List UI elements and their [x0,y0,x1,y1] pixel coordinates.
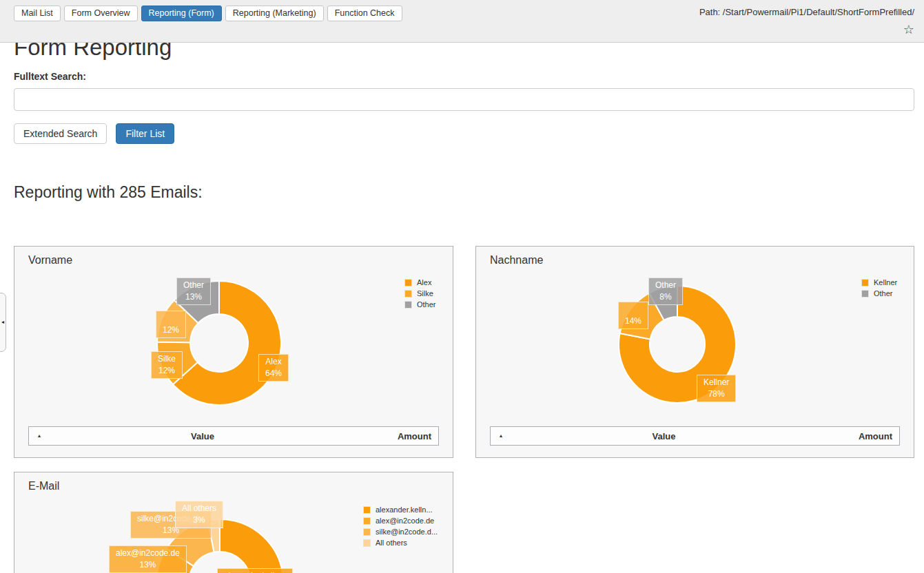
column-header-amount[interactable]: Amount [356,431,438,441]
legend-item: alexander.kelln... [363,504,438,515]
slice-label: Other8% [648,278,683,305]
extended-search-button[interactable]: Extended Search [14,123,107,144]
slice-label: alex@in2code.de13% [109,545,187,573]
chart-panel-email: E-Mailsilke@in2code.d...13%All others3%a… [14,472,453,573]
slice-label: 12% [156,311,186,338]
tab-mail-list[interactable]: Mail List [14,6,61,21]
legend-label: Other [874,289,893,298]
search-button-row: Extended Search Filter List [14,123,910,144]
legend-label: Alex [417,278,431,286]
reporting-section-heading: Reporting with 285 Emails: [14,183,910,202]
tab-reporting-form[interactable]: Reporting (Form) [141,6,222,21]
legend-item: Alex [404,277,436,288]
table-header[interactable]: ▴ValueAmount [490,426,900,446]
tab-reporting-marketing[interactable]: Reporting (Marketing) [225,6,324,21]
legend-item: alex@in2code.de [363,515,438,526]
sort-asc-icon[interactable]: ▴ [29,433,50,439]
table-header[interactable]: ▴ValueAmount [28,426,439,446]
slice-label: Alex64% [258,354,289,382]
bookmark-star-icon[interactable]: ☆ [903,23,914,36]
chart-panel-vorname: VornameOther13% 12%Silke12%Alex64%AlexSi… [14,246,453,458]
main-content: Form Reporting Fulltext Search: Extended… [0,34,924,202]
legend-item: silke@in2code.d... [363,526,438,537]
legend-label: All others [376,539,407,547]
slice-label: alexander.kelln...71% [217,568,293,573]
legend-swatch-icon [404,279,412,286]
slice-label: All others3% [175,501,223,528]
legend-swatch-icon [363,528,371,536]
legend-swatch-icon [363,517,371,525]
legend-item: All others [363,537,438,548]
fulltext-search-input[interactable] [14,88,914,111]
chart-legend: KellnerOther [861,277,897,299]
frame-collapse-handle[interactable]: ◂ [0,293,6,352]
legend-swatch-icon [404,290,412,298]
fulltext-search-label: Fulltext Search: [14,71,910,82]
slice-label: Silke12% [151,351,183,379]
tab-function-check[interactable]: Function Check [327,6,402,21]
legend-label: Other [417,300,436,309]
legend-label: alexander.kelln... [376,506,433,514]
filter-list-button[interactable]: Filter List [116,123,174,144]
sort-asc-icon[interactable]: ▴ [491,433,511,439]
legend-label: silke@in2code.d... [376,528,438,536]
tab-form-overview[interactable]: Form Overview [64,6,138,21]
legend-item: Other [861,288,897,299]
legend-swatch-icon [861,279,869,286]
legend-label: Kellner [874,278,897,286]
chart-legend: AlexSilkeOther [404,277,436,310]
slice-label: Other13% [176,278,211,305]
slice-label: 14% [618,302,648,329]
legend-item: Kellner [861,277,897,288]
legend-swatch-icon [861,290,869,298]
column-header-amount[interactable]: Amount [817,431,899,441]
column-header-value[interactable]: Value [50,431,356,441]
legend-item: Other [404,299,436,310]
chart-legend: alexander.kelln...alex@in2code.desilke@i… [363,504,438,548]
legend-swatch-icon [363,506,371,514]
chart-panel-nachname: NachnameOther8% 14%Kellner78%KellnerOthe… [475,246,914,458]
legend-item: Silke [404,288,436,299]
slice-label: Kellner78% [697,375,736,402]
top-bar: Mail List Form Overview Reporting (Form)… [0,0,924,43]
legend-label: Silke [417,289,433,298]
breadcrumb-path: Path: /Start/Powermail/Pi1/Default/Short… [699,7,914,17]
column-header-value[interactable]: Value [511,431,817,441]
legend-swatch-icon [363,539,371,547]
legend-label: alex@in2code.de [376,517,434,525]
module-tabs: Mail List Form Overview Reporting (Form)… [14,6,402,21]
legend-swatch-icon [404,301,412,309]
